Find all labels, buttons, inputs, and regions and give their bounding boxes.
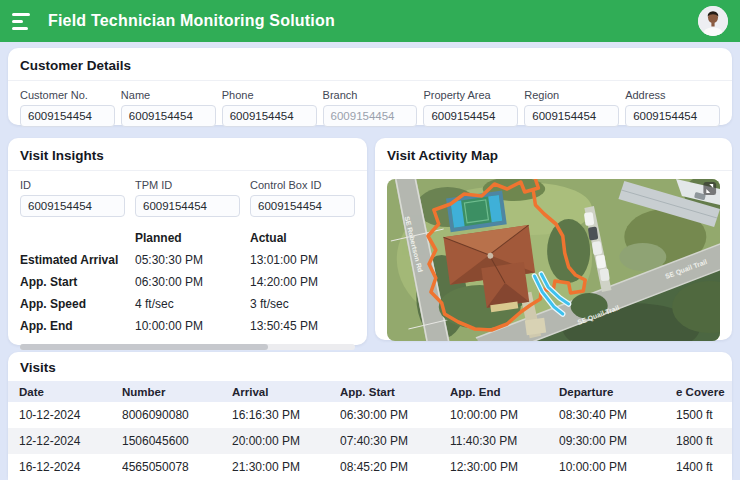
field-label: Name — [121, 89, 216, 101]
cell-distance: 1400 ft — [666, 460, 732, 474]
visit-activity-map-title: Visit Activity Map — [387, 146, 720, 170]
cell-arrival: 20:00:00 PM — [232, 434, 340, 448]
row-label-estimated-arrival: Estimated Arrival — [20, 249, 135, 271]
field-tpm-id: TPM ID 6009154454 — [135, 179, 240, 217]
row-label-app-end: App. End — [20, 315, 135, 337]
horizontal-scrollbar-track[interactable] — [20, 344, 355, 350]
planned-actual-table: Planned Actual Estimated Arrival 05:30:3… — [20, 227, 355, 337]
col-distance-covered[interactable]: e Covere — [666, 386, 732, 398]
cell-date: 12-12-2024 — [19, 434, 122, 448]
visit-insights-title: Visit Insights — [20, 146, 355, 170]
cell-date: 10-12-2024 — [19, 408, 122, 422]
customer-no-input[interactable]: 6009154454 — [20, 105, 115, 127]
col-app-end[interactable]: App. End — [450, 386, 559, 398]
visit-insights-fields: ID 6009154454 TPM ID 6009154454 Control … — [20, 179, 355, 217]
cell-distance: 1500 ft — [666, 408, 732, 422]
id-input[interactable]: 6009154454 — [20, 195, 125, 217]
cell-number: 1506045600 — [122, 434, 232, 448]
field-id: ID 6009154454 — [20, 179, 125, 217]
cell-number: 4565050078 — [122, 460, 232, 474]
phone-input[interactable]: 6009154454 — [222, 105, 317, 127]
user-avatar[interactable] — [698, 6, 728, 36]
horizontal-scrollbar-thumb[interactable] — [20, 344, 268, 350]
field-customer-no: Customer No. 6009154454 — [20, 89, 115, 127]
satellite-map[interactable]: SE Robertson Rd SE Quail Trail SE Quail … — [387, 179, 720, 341]
visits-table-header: Date Number Arrival App. Start App. End … — [8, 381, 732, 402]
field-label: Phone — [222, 89, 317, 101]
estimated-arrival-planned: 05:30:30 PM — [135, 249, 250, 271]
spacer — [20, 227, 135, 249]
field-branch: Branch 6009154454 — [323, 89, 418, 127]
field-label: Property Area — [423, 89, 518, 101]
field-control-box-id: Control Box ID 6009154454 — [250, 179, 355, 217]
field-label: Address — [625, 89, 720, 101]
col-arrival[interactable]: Arrival — [232, 386, 340, 398]
customer-details-title: Customer Details — [20, 56, 720, 80]
cell-app-start: 06:30:00 PM — [340, 408, 450, 422]
row-label-app-start: App. Start — [20, 271, 135, 293]
col-app-start[interactable]: App. Start — [340, 386, 450, 398]
cell-date: 16-12-2024 — [19, 460, 122, 474]
visits-table-row[interactable]: 12-12-2024 1506045600 20:00:00 PM 07:40:… — [8, 428, 732, 454]
cell-app-end: 11:40:30 PM — [450, 434, 559, 448]
app-end-planned: 10:00:00 PM — [135, 315, 250, 337]
field-region: Region 6009154454 — [524, 89, 619, 127]
app-title: Field Technician Monitoring Solution — [48, 12, 684, 30]
property-area-input[interactable]: 6009154454 — [423, 105, 518, 127]
cell-number: 8006090080 — [122, 408, 232, 422]
region-input[interactable]: 6009154454 — [524, 105, 619, 127]
app-start-planned: 06:30:00 PM — [135, 271, 250, 293]
field-label: Region — [524, 89, 619, 101]
map-image: SE Robertson Rd SE Quail Trail SE Quail … — [387, 179, 720, 341]
field-name: Name 6009154454 — [121, 89, 216, 127]
customer-fields: Customer No. 6009154454 Name 6009154454 … — [20, 89, 720, 127]
control-box-id-input[interactable]: 6009154454 — [250, 195, 355, 217]
page-content: Customer Details Customer No. 6009154454… — [0, 42, 740, 480]
app-end-actual: 13:50:45 PM — [250, 315, 355, 337]
divider — [8, 80, 732, 81]
visit-insights-card: Visit Insights ID 6009154454 TPM ID 6009… — [8, 138, 367, 345]
cell-departure: 09:30:00 PM — [559, 434, 666, 448]
menu-icon[interactable] — [12, 12, 34, 30]
cell-arrival: 16:16:30 PM — [232, 408, 340, 422]
col-number[interactable]: Number — [122, 386, 232, 398]
cell-departure: 08:30:40 PM — [559, 408, 666, 422]
app-speed-actual: 3 ft/sec — [250, 293, 355, 315]
customer-details-card: Customer Details Customer No. 6009154454… — [8, 48, 732, 125]
field-label: TPM ID — [135, 179, 240, 191]
cell-app-start: 08:45:20 PM — [340, 460, 450, 474]
col-date[interactable]: Date — [19, 386, 122, 398]
avatar-image — [698, 6, 728, 36]
visit-activity-map-card: Visit Activity Map — [375, 138, 732, 340]
field-label: Customer No. — [20, 89, 115, 101]
address-input[interactable]: 6009154454 — [625, 105, 720, 127]
tpm-id-input[interactable]: 6009154454 — [135, 195, 240, 217]
field-phone: Phone 6009154454 — [222, 89, 317, 127]
app-header: Field Technician Monitoring Solution — [0, 0, 740, 42]
map-expand-icon[interactable] — [703, 182, 716, 195]
divider — [375, 170, 732, 171]
app-start-actual: 14:20:00 PM — [250, 271, 355, 293]
cell-arrival: 21:30:00 PM — [232, 460, 340, 474]
cell-departure: 10:00:00 PM — [559, 460, 666, 474]
col-departure[interactable]: Departure — [559, 386, 666, 398]
visits-table-row[interactable]: 10-12-2024 8006090080 16:16:30 PM 06:30:… — [8, 402, 732, 428]
visits-table-row[interactable]: 16-12-2024 4565050078 21:30:00 PM 08:45:… — [8, 454, 732, 480]
planned-column-header: Planned — [135, 227, 250, 249]
field-label: Branch — [323, 89, 418, 101]
cell-distance: 1800 ft — [666, 434, 732, 448]
cell-app-start: 07:40:30 PM — [340, 434, 450, 448]
name-input[interactable]: 6009154454 — [121, 105, 216, 127]
cell-app-end: 12:30:00 PM — [450, 460, 559, 474]
estimated-arrival-actual: 13:01:00 PM — [250, 249, 355, 271]
divider — [8, 170, 367, 171]
branch-input[interactable]: 6009154454 — [323, 105, 418, 127]
cell-app-end: 10:00:00 PM — [450, 408, 559, 422]
field-label: Control Box ID — [250, 179, 355, 191]
visits-title: Visits — [8, 358, 732, 381]
field-address: Address 6009154454 — [625, 89, 720, 127]
field-property-area: Property Area 6009154454 — [423, 89, 518, 127]
field-label: ID — [20, 179, 125, 191]
visits-card: Visits Date Number Arrival App. Start Ap… — [8, 352, 732, 480]
app-speed-planned: 4 ft/sec — [135, 293, 250, 315]
